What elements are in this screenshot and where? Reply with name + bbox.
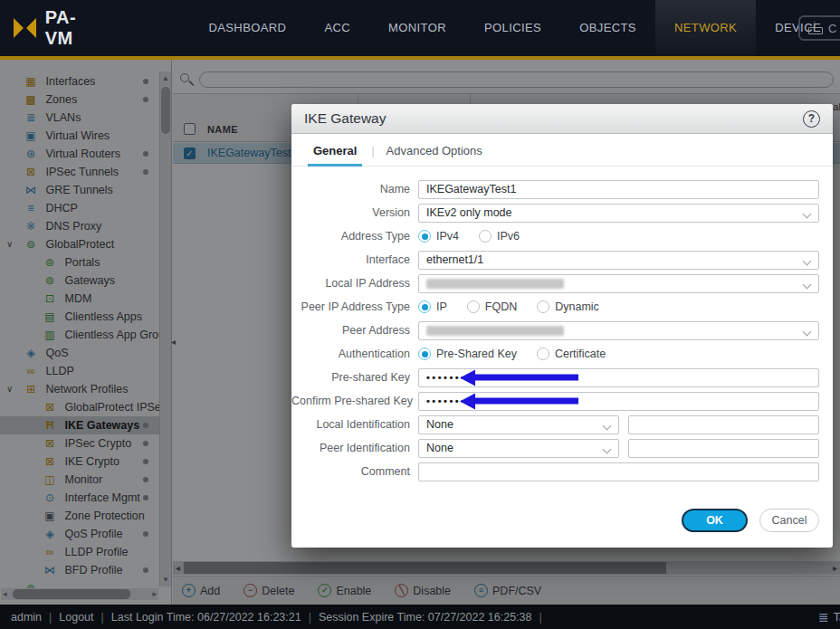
peer-address-label: Peer Address	[291, 324, 418, 337]
nav-item[interactable]: DASHBOARD	[189, 0, 305, 56]
dialog-tabs: General | Advanced Options	[291, 134, 833, 167]
dialog-header: IKE Gateway ?	[291, 104, 833, 134]
interface-label: Interface	[291, 253, 418, 266]
name-field[interactable]: IKEGatewayTest1	[418, 180, 819, 199]
local-ip-label: Local IP Address	[291, 277, 418, 290]
local-ip-select[interactable]	[418, 274, 819, 293]
chevron-down-icon	[803, 209, 812, 218]
top-nav: PA-VM DASHBOARDACCMONITORPOLICIESOBJECTS…	[0, 0, 840, 56]
brand: PA-VM	[13, 7, 103, 49]
interface-select[interactable]: ethernet1/1	[418, 251, 819, 270]
comment-label: Comment	[291, 465, 418, 478]
radio-ipv6[interactable]	[479, 230, 492, 243]
chevron-down-icon	[803, 280, 812, 289]
tab-general[interactable]: General	[308, 144, 362, 167]
local-id-label: Local Identification	[291, 418, 418, 431]
nav-item[interactable]: OBJECTS	[560, 0, 655, 56]
radio-ipv4[interactable]	[418, 230, 431, 243]
peer-id-field[interactable]	[628, 439, 819, 458]
nav-item[interactable]: MONITOR	[369, 0, 465, 56]
chevron-down-icon	[603, 421, 612, 430]
annotation-arrow-icon	[474, 398, 578, 405]
nav-item[interactable]: NETWORK	[655, 0, 756, 56]
radio-pre-shared-key[interactable]	[418, 348, 431, 360]
session-expire-time: Session Expire Time: 07/27/2022 16:25:38	[319, 611, 532, 624]
paloalto-logo-icon	[13, 18, 37, 38]
radio-fqdn[interactable]	[467, 300, 480, 313]
peer-id-select[interactable]: None	[418, 439, 619, 458]
cancel-button[interactable]: Cancel	[759, 509, 819, 532]
ike-gateway-dialog: IKE Gateway ? General | Advanced Options…	[291, 104, 833, 548]
address-type-label: Address Type	[291, 230, 418, 243]
chevron-down-icon	[803, 327, 812, 336]
dialog-buttons: OK Cancel	[291, 485, 833, 532]
annotation-arrow-icon	[474, 375, 578, 381]
last-login-time: Last Login Time: 06/27/2022 16:23:21	[111, 611, 301, 624]
dialog-form: Name IKEGatewayTest1 Version IKEv2 only …	[291, 167, 833, 481]
version-label: Version	[291, 206, 418, 219]
user-name: admin	[11, 611, 42, 624]
peer-address-select[interactable]	[418, 321, 819, 340]
tab-separator: |	[362, 145, 383, 166]
peer-id-label: Peer Identification	[291, 442, 418, 454]
status-bar: admin | Logout | Last Login Time: 06/27/…	[0, 605, 840, 629]
name-label: Name	[291, 183, 418, 195]
tasks-button[interactable]: ≣ Ta	[818, 610, 840, 624]
psk-confirm-label: Confirm Pre-shared Key	[291, 395, 418, 407]
commit-button[interactable]: C	[798, 15, 840, 41]
tasks-label-fragment: Ta	[834, 611, 840, 624]
dialog-title: IKE Gateway	[304, 110, 803, 127]
chevron-down-icon	[603, 444, 612, 453]
commit-label-fragment: C	[828, 22, 836, 35]
help-icon[interactable]: ?	[803, 110, 820, 128]
comment-field[interactable]	[418, 462, 819, 481]
brand-name: PA-VM	[45, 7, 104, 49]
nav-item[interactable]: POLICIES	[465, 0, 560, 56]
commit-download-icon	[808, 22, 822, 34]
redacted-value	[426, 279, 564, 289]
radio-ip[interactable]	[418, 300, 431, 313]
chevron-down-icon	[803, 256, 812, 265]
tasks-icon: ≣	[818, 610, 829, 624]
version-select[interactable]: IKEv2 only mode	[418, 204, 819, 223]
radio-dynamic[interactable]	[537, 300, 549, 313]
logout-link[interactable]: Logout	[59, 611, 93, 624]
local-id-select[interactable]: None	[418, 415, 619, 434]
radio-certificate[interactable]	[537, 348, 549, 360]
redacted-value	[426, 326, 564, 336]
nav-items: DASHBOARDACCMONITORPOLICIESOBJECTSNETWOR…	[189, 0, 840, 56]
psk-label: Pre-shared Key	[291, 371, 418, 384]
peer-type-label: Peer IP Address Type	[291, 300, 418, 313]
local-id-field[interactable]	[628, 415, 819, 434]
authentication-label: Authentication	[291, 348, 418, 360]
tab-advanced-options[interactable]: Advanced Options	[384, 144, 485, 166]
ok-button[interactable]: OK	[682, 509, 748, 532]
nav-item[interactable]: ACC	[305, 0, 369, 56]
